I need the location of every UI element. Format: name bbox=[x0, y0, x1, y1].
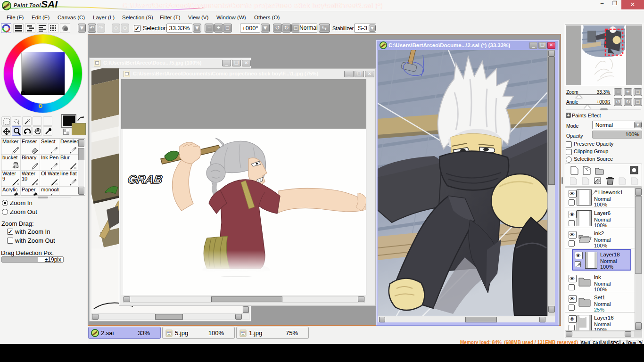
svg-text:GRAB: GRAB bbox=[127, 173, 163, 186]
